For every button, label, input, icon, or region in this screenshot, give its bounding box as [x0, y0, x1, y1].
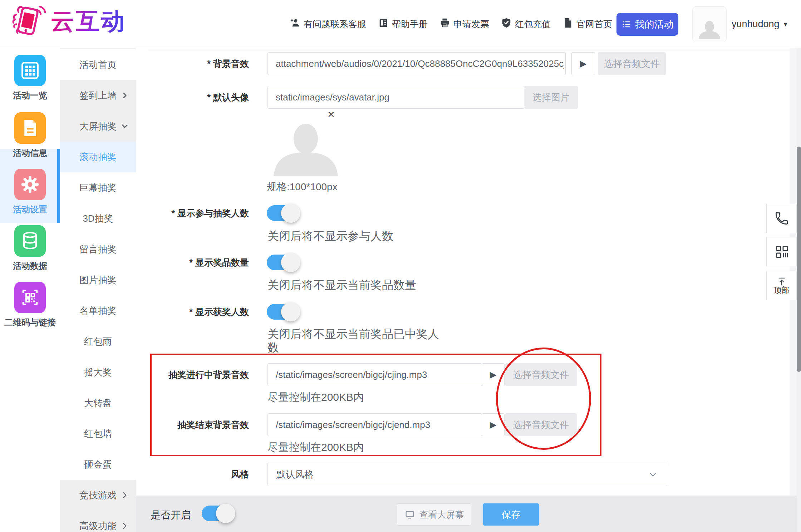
view-big-screen-button[interactable]: 查看大屏幕 — [397, 503, 471, 526]
menu-item[interactable]: 签到上墙 — [60, 80, 136, 111]
show-participants-toggle[interactable] — [267, 205, 299, 221]
sidebar-item[interactable]: 活动一览 — [0, 55, 60, 101]
running-sound-play-button[interactable]: ▶ — [482, 363, 505, 386]
avatar-spec-note: 规格:100*100px — [267, 180, 338, 194]
gear-icon — [14, 169, 46, 200]
enable-label: 是否开启 — [151, 508, 191, 522]
style-select[interactable]: 默认风格 — [267, 463, 667, 486]
show-participants-help: 关闭后将不显示参与人数 — [267, 229, 393, 243]
menu-item[interactable]: 活动首页 — [60, 49, 136, 80]
close-icon[interactable]: × — [328, 108, 335, 120]
page-scrollbar-thumb[interactable] — [797, 147, 801, 372]
primary-sidebar: 活动一览 活动信息 活动设置 活动数据 二维码与链接 — [0, 48, 60, 532]
chevron-right-icon — [121, 491, 129, 499]
default-avatar-label: * 默认头像 — [150, 91, 249, 103]
top-nav-item[interactable]: 有问题联系客服 — [290, 18, 366, 30]
menu-item[interactable]: 竞技游戏 — [60, 480, 136, 511]
play-icon: ▶ — [490, 420, 496, 430]
running-sound-help: 尽量控制在200KB内 — [267, 390, 364, 404]
app-window: 云互动 有问题联系客服 帮助手册 申请发票 红包充值 官网首页 — [0, 0, 801, 532]
end-sound-label: 抽奖结束背景音效 — [150, 419, 249, 431]
sidebar-item[interactable]: 活动设置 — [0, 169, 60, 215]
end-sound-play-button[interactable]: ▶ — [482, 413, 505, 436]
menu-item[interactable]: 大屏抽奖 — [60, 111, 136, 142]
shield-check-icon — [501, 18, 512, 30]
phone-icon — [774, 211, 789, 226]
chevron-down-icon — [121, 122, 129, 130]
secondary-menu: 活动首页 签到上墙 大屏抽奖 滚动抽奖 巨幕抽奖 3D抽奖 留言抽奖 — [60, 48, 136, 532]
save-button[interactable]: 保存 — [483, 503, 539, 526]
top-nav-item[interactable]: 申请发票 — [439, 18, 489, 30]
sidebar-item[interactable]: 活动信息 — [0, 112, 60, 159]
end-sound-help: 尽量控制在200KB内 — [267, 440, 364, 454]
show-prize-count-label: * 显示奖品数量 — [150, 256, 249, 269]
doc-icon — [14, 112, 46, 144]
top-nav-item[interactable]: 帮助手册 — [378, 18, 428, 30]
bg-sound-label: * 背景音效 — [150, 58, 249, 70]
printer-icon — [439, 18, 450, 30]
menu-item[interactable]: 留言抽奖 — [60, 234, 136, 265]
caret-down-icon: ▾ — [784, 20, 787, 28]
bg-sound-play-button[interactable]: ▶ — [571, 52, 595, 75]
panel-top-divider — [148, 50, 790, 50]
menu-item[interactable]: 滚动抽奖 — [60, 142, 136, 172]
show-winners-help: 关闭后将不显示当前奖品已中奖人数 — [267, 327, 450, 354]
user-avatar[interactable] — [692, 6, 727, 42]
brand-logo: 云互动 — [10, 4, 126, 39]
menu-item[interactable]: 高级功能 — [60, 511, 136, 532]
qr-links-button[interactable] — [766, 237, 797, 266]
menu-item[interactable]: 砸金蛋 — [60, 449, 136, 480]
document-icon — [562, 18, 573, 30]
bg-sound-choose-button[interactable]: 选择音频文件 — [598, 52, 666, 75]
contact-phone-button[interactable] — [766, 204, 797, 233]
sidebar-item[interactable]: 二维码与链接 — [0, 282, 60, 328]
list-icon — [621, 19, 632, 29]
show-winners-label: * 显示获奖人数 — [150, 306, 249, 318]
top-arrow-icon — [776, 277, 787, 286]
chevron-right-icon — [121, 92, 129, 99]
database-icon — [14, 225, 46, 257]
running-sound-choose-button[interactable]: 选择音频文件 — [505, 363, 577, 386]
back-to-top-button[interactable]: 顶部 — [766, 271, 797, 300]
menu-item[interactable]: 巨幕抽奖 — [60, 172, 136, 203]
default-avatar-input[interactable] — [267, 86, 524, 109]
menu-item[interactable]: 红包墙 — [60, 418, 136, 449]
app-header: 云互动 有问题联系客服 帮助手册 申请发票 红包充值 官网首页 — [0, 0, 801, 48]
choose-image-button[interactable]: 选择图片 — [524, 86, 578, 109]
avatar-preview — [266, 120, 345, 176]
chevron-right-icon — [121, 522, 129, 530]
menu-item[interactable]: 3D抽奖 — [60, 203, 136, 234]
menu-item[interactable]: 红包雨 — [60, 326, 136, 357]
menu-item[interactable]: 摇大奖 — [60, 357, 136, 388]
user-menu[interactable]: yunhudong ▾ — [732, 0, 787, 48]
end-sound-choose-button[interactable]: 选择音频文件 — [505, 413, 577, 436]
show-winners-toggle[interactable] — [267, 304, 299, 320]
top-nav: 有问题联系客服 帮助手册 申请发票 红包充值 官网首页 — [290, 0, 612, 48]
menu-item[interactable]: 名单抽奖 — [60, 295, 136, 326]
qrcode-icon — [14, 282, 46, 313]
person-add-icon — [290, 18, 300, 30]
play-icon: ▶ — [490, 370, 496, 380]
play-icon: ▶ — [580, 59, 586, 69]
monitor-icon — [404, 509, 415, 520]
chevron-down-icon — [648, 470, 658, 479]
end-sound-input[interactable] — [267, 413, 482, 436]
hand-phone-logo-icon — [10, 4, 47, 39]
style-label: 风格 — [150, 468, 249, 480]
top-nav-item[interactable]: 红包充值 — [501, 18, 551, 30]
menu-item[interactable]: 图片抽奖 — [60, 265, 136, 295]
top-nav-item[interactable]: 官网首页 — [562, 18, 612, 30]
enable-toggle[interactable] — [202, 506, 234, 521]
show-prize-count-help: 关闭后将不显示当前奖品数量 — [267, 278, 416, 292]
my-activities-button[interactable]: 我的活动 — [616, 13, 678, 36]
running-sound-input[interactable] — [267, 363, 482, 386]
grid-icon — [14, 55, 46, 86]
running-sound-label: 抽奖进行中背景音效 — [150, 369, 249, 381]
book-icon — [378, 18, 389, 30]
show-prize-count-toggle[interactable] — [267, 255, 299, 270]
qr-icon — [774, 244, 789, 259]
sidebar-item[interactable]: 活动数据 — [0, 225, 60, 272]
menu-item[interactable]: 大转盘 — [60, 388, 136, 418]
show-participants-label: * 显示参与抽奖人数 — [150, 207, 249, 219]
bg-sound-input[interactable] — [267, 52, 566, 75]
